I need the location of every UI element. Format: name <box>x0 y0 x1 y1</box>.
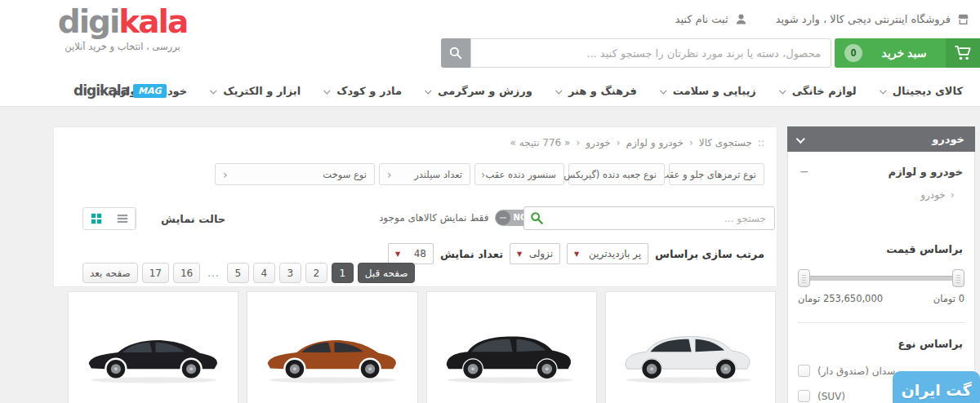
cart-icon <box>954 45 972 61</box>
chevron-left-icon: ‹ <box>387 169 392 180</box>
nav-item-label: لوازم خانگی <box>792 85 857 97</box>
chip-label: نوع سوخت <box>323 169 367 180</box>
content-area: :: جستجوی کالا ‹ خودرو و لوازم ‹ خودرو ‹… <box>0 107 980 403</box>
signup-link[interactable]: ثبت نام کنید <box>675 12 748 26</box>
car-image <box>260 317 405 392</box>
grid-view-button[interactable] <box>83 208 109 229</box>
nav-item-label: مادر و کودک <box>336 85 402 97</box>
nav-item-beauty-health[interactable]: زیبایی و سلامت <box>649 85 768 97</box>
car-image <box>439 317 584 392</box>
sort-row: مرتب سازی براساس پر بازدیدترین ▼ نزولی ▼… <box>388 243 764 264</box>
sort-order-select[interactable]: نزولی ▼ <box>510 243 560 264</box>
page-button-3[interactable]: 3 <box>279 263 301 283</box>
mag-badge: MAG <box>133 84 167 98</box>
logo-part-digi: digi <box>58 3 119 40</box>
chevron-left-icon: ‹ <box>223 169 228 180</box>
sidebar-body: خودرو و لوازم − ‹ خودرو براساس قیمت 0 تو… <box>787 152 975 403</box>
nav-item-sport-entertainment[interactable]: ورزش و سرگرمی <box>414 85 545 97</box>
cart-button[interactable]: سبد خرید 0 <box>835 38 980 68</box>
results-count: « 776 نتیجه » <box>510 137 571 148</box>
next-page-button[interactable]: صفحه بعد <box>82 263 138 283</box>
product-card-tucson-white[interactable] <box>605 291 776 403</box>
sidebar-divider <box>798 322 964 323</box>
slider-handle-min[interactable] <box>952 269 964 287</box>
page-button-2[interactable]: 2 <box>305 263 327 283</box>
category-parent-label: خودرو و لوازم <box>889 166 963 178</box>
checkbox[interactable] <box>798 365 810 377</box>
sort-by-value: پر بازدیدترین <box>589 248 641 259</box>
collapse-minus-icon[interactable]: − <box>800 165 809 178</box>
main-search-input[interactable] <box>470 38 831 68</box>
price-min-label: 0 تومان <box>933 293 964 304</box>
chevron-down-icon <box>779 87 786 94</box>
dropdown-caret-icon: ▼ <box>517 250 522 258</box>
login-link[interactable]: فروشگاه اینترنتی دیجی کالا ، وارد شوید <box>776 12 970 26</box>
price-labels: 0 تومان 253,650,000 تومان <box>798 293 964 304</box>
breadcrumb-item-auto[interactable]: خودرو و لوازم <box>626 137 684 148</box>
page-button-16[interactable]: 16 <box>173 263 200 283</box>
product-card-santafe-black[interactable] <box>426 291 597 403</box>
sidebar-title: خودرو <box>932 133 964 145</box>
filter-chip-brakes[interactable]: نوع ترمزهای جلو و عقب‹ <box>669 163 764 185</box>
pagination: صفحه قبل 1 2 3 4 5 ... 16 17 صفحه بعد <box>82 263 415 283</box>
chevron-down-icon <box>796 134 805 143</box>
nav-item-mother-child[interactable]: مادر و کودک <box>313 85 414 97</box>
page-button-4[interactable]: 4 <box>253 263 275 283</box>
sidebar-category-child[interactable]: ‹ خودرو <box>808 188 955 201</box>
nav-item-home-appliances[interactable]: لوازم خانگی <box>768 85 869 97</box>
breadcrumb-item-search[interactable]: جستجوی کالا <box>699 137 752 148</box>
filter-chip-cylinders[interactable]: تعداد سیلندر‹ <box>379 163 470 185</box>
chip-label: نوع جعبه دنده (گیربکس) <box>560 169 657 180</box>
nav-item-label: کالای دیجیتال <box>893 85 963 97</box>
product-card-optima-black[interactable] <box>68 291 238 403</box>
sort-order-value: نزولی <box>529 248 553 259</box>
sidebar-header[interactable]: خودرو <box>787 126 975 152</box>
breadcrumb: :: جستجوی کالا ‹ خودرو و لوازم ‹ خودرو ‹… <box>510 137 764 148</box>
sort-by-select[interactable]: پر بازدیدترین ▼ <box>567 243 648 264</box>
chevron-left-icon: ‹ <box>951 188 955 201</box>
available-only-group: فقط نمایش کالاهای موجود NO <box>379 210 533 226</box>
nav-item-digital-goods[interactable]: کالای دیجیتال <box>869 85 975 97</box>
sidebar-category-parent[interactable]: خودرو و لوازم − <box>788 152 974 178</box>
list-view-button[interactable] <box>109 208 136 229</box>
slider-handle-max[interactable] <box>798 269 810 287</box>
car-image <box>617 317 763 392</box>
page-button-17[interactable]: 17 <box>142 263 169 283</box>
login-label: فروشگاه اینترنتی دیجی کالا ، وارد شوید <box>776 13 951 25</box>
nav-item-culture-art[interactable]: فرهنگ و هنر <box>545 85 649 97</box>
chevron-down-icon <box>555 87 562 94</box>
slider-track <box>800 276 963 281</box>
filter-chip-fuel-type[interactable]: نوع سوخت‹ <box>215 163 375 185</box>
page-button-5[interactable]: 5 <box>227 263 249 283</box>
nav-item-label: فرهنگ و هنر <box>568 85 637 97</box>
list-view-icon <box>116 212 129 225</box>
checkbox[interactable] <box>798 390 810 402</box>
store-icon <box>956 12 970 26</box>
filter-sidebar: خودرو خودرو و لوازم − ‹ خودرو براساس قیم… <box>787 126 975 403</box>
filter-chip-rear-sensor[interactable]: سنسور دنده عقب‹ <box>474 163 564 185</box>
inline-search-input[interactable] <box>524 207 774 229</box>
chevron-down-icon <box>660 87 666 94</box>
breadcrumb-separator: ‹ <box>689 137 693 148</box>
watermark-badge: گت ایران <box>893 371 980 403</box>
category-child-label: خودرو <box>920 189 946 201</box>
chevron-down-icon <box>425 87 431 94</box>
digikala-logo[interactable]: digikala بررسی ، انتخاب و خرید آنلاین <box>57 5 188 52</box>
nav-items: کالای دیجیتال لوازم خانگی زیبایی و سلامت… <box>89 76 975 106</box>
sort-by-label: مرتب سازی براساس <box>655 248 764 260</box>
prev-page-button[interactable]: صفحه قبل <box>358 263 416 283</box>
breadcrumb-item-car[interactable]: خودرو <box>586 137 611 148</box>
product-card-optima-copper[interactable] <box>247 291 417 403</box>
account-links: فروشگاه اینترنتی دیجی کالا ، وارد شوید ث… <box>675 12 970 26</box>
search-submit-button[interactable] <box>441 38 470 68</box>
toggle-knob[interactable] <box>496 210 510 225</box>
per-page-select[interactable]: 48 ▼ <box>388 243 434 264</box>
cart-label: سبد خرید <box>862 46 946 60</box>
nav-item-tools-electric[interactable]: ابزار و الکتریک <box>199 85 313 97</box>
digikala-mag-link[interactable]: digikala MAG <box>74 82 167 99</box>
filter-chip-gearbox[interactable]: نوع جعبه دنده (گیربکس)‹ <box>568 163 665 185</box>
type-filter-title: براساس نوع <box>800 338 963 350</box>
type-option-label: (SUV) <box>817 391 845 402</box>
page-button-1[interactable]: 1 <box>332 263 354 283</box>
chip-label: سنسور دنده عقب <box>485 169 556 180</box>
